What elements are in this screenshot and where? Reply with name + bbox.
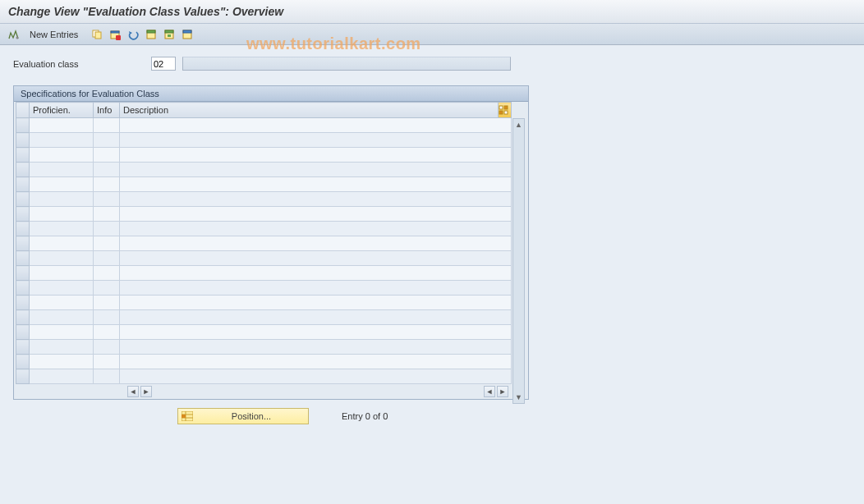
new-entries-button[interactable]: New Entries (25, 28, 83, 41)
cell[interactable] (120, 163, 512, 177)
row-selector[interactable] (16, 177, 30, 192)
cell[interactable] (120, 222, 512, 236)
cell[interactable] (120, 266, 512, 281)
toggle-icon[interactable] (7, 27, 21, 42)
cell[interactable] (120, 177, 512, 192)
cell[interactable] (30, 355, 94, 369)
row-selector[interactable] (16, 207, 30, 222)
col-proficien[interactable]: Proficien. (30, 103, 94, 118)
cell[interactable] (30, 251, 94, 266)
cell[interactable] (30, 207, 94, 222)
row-selector[interactable] (16, 163, 30, 177)
cell[interactable] (94, 369, 120, 384)
svg-rect-9 (165, 30, 173, 33)
cell[interactable] (94, 340, 120, 355)
cell[interactable] (94, 222, 120, 236)
cell[interactable] (30, 310, 94, 325)
cell[interactable] (94, 207, 120, 222)
cell[interactable] (120, 325, 512, 340)
scroll-right-icon[interactable]: ► (140, 386, 152, 397)
cell[interactable] (30, 236, 94, 251)
cell[interactable] (30, 340, 94, 355)
cell[interactable] (94, 133, 120, 148)
cell[interactable] (94, 148, 120, 163)
copy-icon[interactable] (90, 27, 104, 42)
cell[interactable] (94, 236, 120, 251)
cell[interactable] (30, 296, 94, 310)
cell[interactable] (94, 281, 120, 296)
delete-icon[interactable] (108, 27, 122, 42)
row-selector[interactable] (16, 340, 30, 355)
cell[interactable] (120, 310, 512, 325)
row-selector[interactable] (16, 310, 30, 325)
row-selector[interactable] (16, 281, 30, 296)
col-info[interactable]: Info (94, 103, 120, 118)
cell[interactable] (120, 148, 512, 163)
cell[interactable] (30, 177, 94, 192)
cell[interactable] (30, 133, 94, 148)
row-selector[interactable] (16, 133, 30, 148)
scroll-up-icon[interactable]: ▲ (513, 119, 524, 131)
cell[interactable] (94, 251, 120, 266)
row-selector[interactable] (16, 296, 30, 310)
cell[interactable] (30, 148, 94, 163)
cell[interactable] (94, 310, 120, 325)
svg-rect-4 (111, 31, 119, 33)
row-selector[interactable] (16, 355, 30, 369)
cell[interactable] (94, 355, 120, 369)
evaluation-class-input[interactable] (151, 57, 176, 71)
cell[interactable] (120, 369, 512, 384)
cell[interactable] (30, 192, 94, 207)
cell[interactable] (94, 325, 120, 340)
svg-rect-13 (499, 106, 503, 109)
cell[interactable] (94, 192, 120, 207)
row-selector[interactable] (16, 236, 30, 251)
cell[interactable] (120, 133, 512, 148)
scroll-left-icon[interactable]: ◄ (127, 386, 139, 397)
cell[interactable] (120, 281, 512, 296)
cell[interactable] (120, 296, 512, 310)
row-selector[interactable] (16, 222, 30, 236)
row-selector[interactable] (16, 325, 30, 340)
cell[interactable] (30, 222, 94, 236)
col-select[interactable] (16, 103, 30, 118)
select-all-icon[interactable] (144, 27, 159, 42)
cell[interactable] (120, 251, 512, 266)
row-selector[interactable] (16, 192, 30, 207)
row-selector[interactable] (16, 266, 30, 281)
position-button[interactable]: Position... (177, 408, 309, 424)
cell[interactable] (30, 163, 94, 177)
table-config-icon[interactable] (499, 103, 512, 118)
svg-rect-14 (504, 106, 508, 109)
cell[interactable] (94, 177, 120, 192)
vertical-scrollbar[interactable]: ▲ ▼ (512, 118, 525, 404)
cell[interactable] (94, 296, 120, 310)
cell[interactable] (94, 163, 120, 177)
cell[interactable] (120, 355, 512, 369)
evaluation-class-label: Evaluation class (13, 59, 145, 69)
deselect-icon[interactable] (180, 27, 195, 42)
row-selector[interactable] (16, 251, 30, 266)
scroll-down-icon[interactable]: ▼ (513, 392, 524, 403)
undo-icon[interactable] (126, 27, 140, 42)
select-block-icon[interactable] (162, 27, 177, 42)
scroll-right-end-icon[interactable]: ► (497, 386, 508, 397)
col-description[interactable]: Description (120, 103, 499, 118)
scroll-left-end-icon[interactable]: ◄ (484, 386, 495, 397)
row-selector[interactable] (16, 118, 30, 133)
cell[interactable] (120, 207, 512, 222)
cell[interactable] (30, 118, 94, 133)
cell[interactable] (120, 236, 512, 251)
cell[interactable] (30, 281, 94, 296)
cell[interactable] (120, 192, 512, 207)
cell[interactable] (94, 266, 120, 281)
row-selector[interactable] (16, 369, 30, 384)
cell[interactable] (30, 369, 94, 384)
cell[interactable] (30, 266, 94, 281)
row-selector[interactable] (16, 148, 30, 163)
cell[interactable] (120, 340, 512, 355)
cell[interactable] (120, 118, 512, 133)
toolbar: New Entries (0, 24, 864, 45)
cell[interactable] (30, 325, 94, 340)
cell[interactable] (94, 118, 120, 133)
